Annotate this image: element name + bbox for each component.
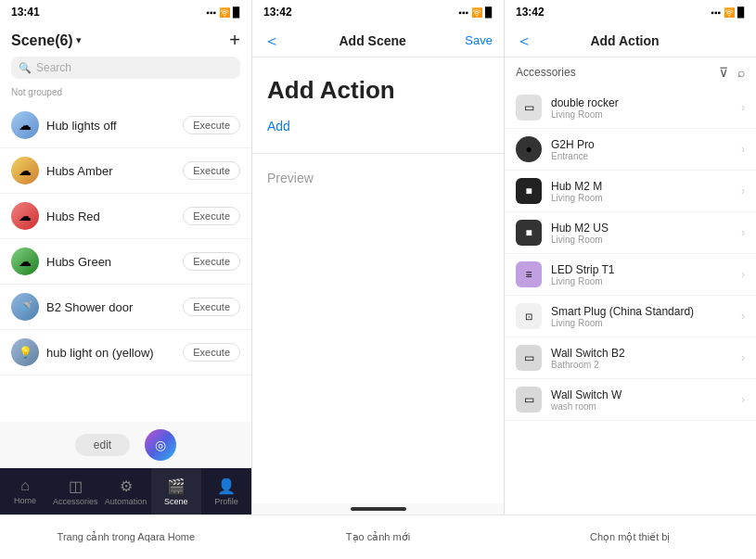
acc-item-3[interactable]: ■ Hub M2 US Living Room › <box>505 212 756 254</box>
scene-icon-0: ☁ <box>11 111 39 139</box>
acc-name-5: Smart Plug (China Standard) <box>551 305 732 318</box>
acc-name-0: double rocker <box>551 96 732 109</box>
scene-name-3: Hubs Green <box>46 255 175 269</box>
acc-item-7[interactable]: ▭ Wall Switch W wash room › <box>505 379 756 421</box>
execute-btn-0[interactable]: Execute <box>183 116 240 134</box>
dropdown-icon[interactable]: ▾ <box>76 34 82 46</box>
acc-device-icon-0: ▭ <box>516 95 542 121</box>
nav-bar-3: ＜ Add Action <box>505 24 756 57</box>
acc-item-4[interactable]: ≡ LED Strip T1 Living Room › <box>505 254 756 296</box>
search-placeholder: Search <box>36 61 71 74</box>
home-indicator-2 <box>351 507 406 511</box>
filter-icon[interactable]: ⊽ <box>719 65 728 80</box>
automation-icon: ⚙ <box>120 477 133 495</box>
time-1: 13:41 <box>11 6 40 19</box>
not-grouped-label: Not grouped <box>11 84 240 99</box>
tab-scene[interactable]: 🎬 Scene <box>151 468 201 515</box>
caption-2: Tạo cảnh mới <box>252 531 505 543</box>
scene-icon-4: 🚿 <box>11 293 39 321</box>
tab-profile-label: Profile <box>214 497 238 506</box>
battery-icon-2: ▉ <box>485 7 493 18</box>
tab-automation[interactable]: ⚙ Automation <box>100 468 150 515</box>
scene-item-4[interactable]: 🚿 B2 Shower door Execute <box>0 285 251 330</box>
execute-btn-2[interactable]: Execute <box>183 207 240 225</box>
execute-btn-5[interactable]: Execute <box>183 343 240 362</box>
back-button-2[interactable]: ＜ <box>263 30 280 52</box>
scene-item-5[interactable]: 💡 hub light on (yellow) Execute <box>0 330 251 375</box>
acc-item-2[interactable]: ■ Hub M2 M Living Room › <box>505 171 756 212</box>
status-bar-3: 13:42 ▪▪▪ 🛜 ▉ <box>505 0 756 24</box>
tab-profile[interactable]: 👤 Profile <box>201 468 251 515</box>
edit-button[interactable]: edit <box>75 434 130 456</box>
wifi-icon-3: 🛜 <box>724 7 735 18</box>
battery-icon-3: ▉ <box>737 7 745 18</box>
add-action-title: Add Action <box>267 76 489 105</box>
chevron-3: › <box>741 226 745 239</box>
acc-location-7: wash room <box>551 401 732 412</box>
wifi-icon-2: 🛜 <box>471 7 482 18</box>
siri-button[interactable]: ◎ <box>145 429 176 461</box>
acc-item-1[interactable]: ● G2H Pro Entrance › <box>505 129 756 171</box>
scene-title[interactable]: Scene(6) <box>11 32 73 49</box>
battery-icon-1: ▉ <box>233 7 240 18</box>
acc-location-1: Entrance <box>551 151 732 161</box>
back-button-3[interactable]: ＜ <box>516 30 532 52</box>
chevron-5: › <box>741 310 745 323</box>
acc-info-5: Smart Plug (China Standard) Living Room <box>551 305 732 328</box>
signal-icon-3: ▪▪▪ <box>711 7 721 18</box>
screen-add-scene: 13:42 ▪▪▪ 🛜 ▉ ＜ Add Scene Save Add Actio… <box>252 0 505 515</box>
chevron-7: › <box>741 393 745 406</box>
screen-add-action: 13:42 ▪▪▪ 🛜 ▉ ＜ Add Action Accessories ⊽… <box>505 0 756 515</box>
tab-accessories-label: Accessories <box>53 497 98 506</box>
acc-name-2: Hub M2 M <box>551 180 732 193</box>
acc-item-0[interactable]: ▭ double rocker Living Room › <box>505 87 756 129</box>
tab-home-label: Home <box>14 496 36 505</box>
acc-location-4: Living Room <box>551 276 732 286</box>
execute-btn-3[interactable]: Execute <box>183 252 240 271</box>
scene-item-2[interactable]: ☁ Hubs Red Execute <box>0 194 251 239</box>
acc-name-4: LED Strip T1 <box>551 263 732 276</box>
scene-name-5: hub light on (yellow) <box>46 346 175 360</box>
tab-home[interactable]: ⌂ Home <box>0 468 50 515</box>
scene-item-1[interactable]: ☁ Hubs Amber Execute <box>0 148 251 194</box>
execute-btn-4[interactable]: Execute <box>183 298 240 316</box>
scene-item-3[interactable]: ☁ Hubs Green Execute <box>0 239 251 285</box>
home-icon: ⌂ <box>20 477 30 494</box>
acc-item-5[interactable]: ⊡ Smart Plug (China Standard) Living Roo… <box>505 296 756 337</box>
status-bar-1: 13:41 ▪▪▪ 🛜 ▉ <box>0 0 251 24</box>
caption-3: Chọn một thiết bị <box>504 531 756 543</box>
accessory-list: ▭ double rocker Living Room › ● G2H Pro … <box>505 87 756 515</box>
caption-bar: Trang cảnh trong Aqara Home Tạo cảnh mới… <box>0 515 756 559</box>
acc-info-7: Wall Switch W wash room <box>551 388 732 412</box>
tab-scene-label: Scene <box>164 497 188 506</box>
search-icon-1: 🔍 <box>19 62 32 74</box>
scene-footer: edit ◎ <box>0 422 251 468</box>
scene-list: ☁ Hub lights off Execute ☁ Hubs Amber Ex… <box>0 103 251 422</box>
status-icons-2: ▪▪▪ 🛜 ▉ <box>458 7 493 18</box>
tab-accessories[interactable]: ◫ Accessories <box>50 468 100 515</box>
profile-icon: 👤 <box>217 477 236 495</box>
nav-title-2: Add Scene <box>340 33 406 48</box>
scene-item-0[interactable]: ☁ Hub lights off Execute <box>0 103 251 148</box>
nav-title-3: Add Action <box>590 33 659 48</box>
add-scene-button[interactable]: + <box>229 30 240 51</box>
signal-icon-1: ▪▪▪ <box>206 7 216 18</box>
chevron-6: › <box>741 351 745 364</box>
chevron-0: › <box>741 101 745 114</box>
search-icon-3[interactable]: ⌕ <box>737 65 745 80</box>
execute-btn-1[interactable]: Execute <box>183 161 240 180</box>
status-icons-3: ▪▪▪ 🛜 ▉ <box>711 7 745 18</box>
accessories-header: Accessories ⊽ ⌕ <box>505 57 756 87</box>
scene-icon-2: ☁ <box>11 202 39 230</box>
search-bar[interactable]: 🔍 Search <box>11 57 240 79</box>
acc-device-icon-6: ▭ <box>516 345 542 371</box>
add-link[interactable]: Add <box>267 119 290 133</box>
scene-icon-tab: 🎬 <box>167 477 186 495</box>
scene-icon-3: ☁ <box>11 248 39 275</box>
scene-name-0: Hub lights off <box>46 119 175 133</box>
accessories-label: Accessories <box>516 66 576 79</box>
save-button[interactable]: Save <box>465 33 493 47</box>
acc-item-6[interactable]: ▭ Wall Switch B2 Bathroom 2 › <box>505 337 756 379</box>
screen-scene-list: 13:41 ▪▪▪ 🛜 ▉ Scene(6) ▾ + 🔍 Search Not … <box>0 0 252 515</box>
time-3: 13:42 <box>516 6 545 19</box>
